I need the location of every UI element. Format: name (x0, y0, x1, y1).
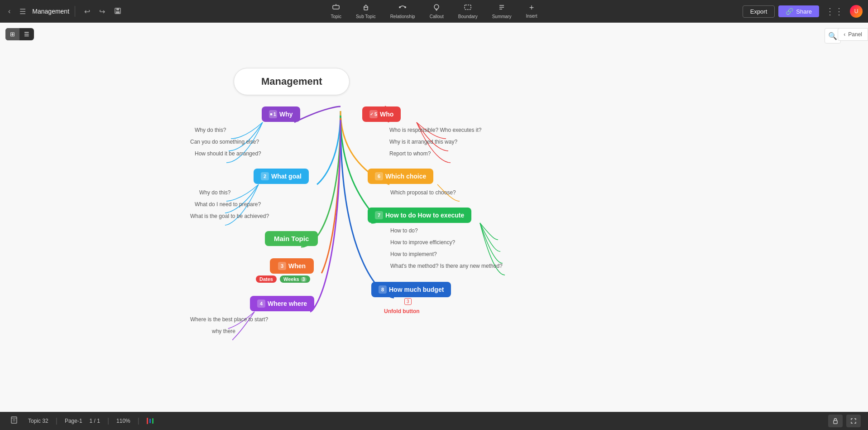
topic-icon (332, 3, 340, 13)
zoom-level: 110% (116, 418, 130, 424)
share-icon: 🔗 (786, 8, 793, 15)
whichchoice-sub-1: Which proposal to choose? (390, 189, 456, 196)
who-label: Who (380, 111, 393, 118)
undo-button[interactable]: ↩ (81, 5, 94, 18)
why-sub-2: Can you do something else? (190, 139, 259, 145)
budget-label: How much budget (389, 286, 444, 293)
unfold-button[interactable]: 3 (404, 298, 412, 305)
status-bar: Topic 32 | Page-1 1 / 1 | 110% | (0, 412, 868, 430)
svg-point-8 (434, 5, 439, 9)
multimap-indicator (147, 418, 153, 424)
whichchoice-badge: 6 (375, 172, 383, 180)
where-badge: 4 (257, 300, 265, 308)
relationship-icon (398, 3, 407, 13)
svg-rect-17 (834, 420, 837, 424)
relationship-label: Relationship (390, 14, 415, 19)
boundary-label: Boundary (458, 14, 478, 19)
why-sub-3: How should it be arranged? (195, 150, 261, 157)
fullscreen-button[interactable] (846, 415, 861, 427)
svg-point-6 (399, 6, 401, 8)
tool-summary[interactable]: Summary (485, 1, 519, 22)
howtodo-sub-1: How to do? (390, 227, 418, 234)
toolbar-divider (75, 6, 75, 17)
status-divider-2: | (107, 417, 109, 425)
node-howmuchbudget[interactable]: 8 How much budget (371, 282, 451, 297)
whatgoal-label: What goal (271, 173, 302, 180)
unfold-label: Unfold button (384, 308, 420, 314)
toolbar: ‹ ☰ Management ↩ ↪ Topic (0, 0, 868, 23)
node-why[interactable]: ■1 Why (262, 106, 300, 122)
tool-relationship[interactable]: Relationship (383, 1, 422, 22)
why-badge: ■1 (269, 110, 277, 118)
summary-label: Summary (492, 14, 512, 19)
when-tag-dates[interactable]: Dates (256, 275, 277, 283)
node-when[interactable]: 3 When (270, 258, 314, 274)
subtopic-label: Sub Topic (356, 14, 376, 19)
node-maintopic[interactable]: Main Topic (265, 231, 318, 246)
toolbar-left: ‹ ☰ Management ↩ ↪ (5, 5, 125, 18)
tool-boundary[interactable]: Boundary (451, 1, 485, 22)
when-badge: 3 (278, 262, 286, 270)
center-node[interactable]: Management (234, 68, 350, 95)
svg-rect-3 (333, 5, 339, 9)
lock-button[interactable] (828, 415, 843, 427)
node-whichchoice[interactable]: 6 Which choice (368, 169, 433, 184)
wherewhere-label: Where where (268, 300, 307, 307)
tool-subtopic[interactable]: Sub Topic (349, 1, 383, 22)
topic-label: Topic (331, 14, 341, 19)
boundary-icon (464, 3, 472, 13)
svg-rect-1 (116, 8, 119, 10)
callout-icon (432, 3, 441, 13)
apps-button[interactable]: ⋮⋮ (823, 4, 846, 19)
menu-button[interactable]: ☰ (17, 5, 29, 18)
where-sub-1: Where is the best place to start? (190, 316, 268, 323)
when-label: When (288, 262, 306, 270)
book-icon-button[interactable] (7, 415, 21, 427)
canvas-area: ⊞ ☰ 🔍 ‹ Panel (0, 23, 868, 430)
callout-label: Callout (430, 14, 444, 19)
share-button[interactable]: 🔗 Share (778, 5, 819, 17)
why-sub-1: Why do this? (195, 127, 226, 133)
undo-redo-group: ↩ ↪ (81, 5, 125, 18)
toolbar-center: Topic Sub Topic Relationship (324, 1, 545, 22)
when-tag-weeks[interactable]: Weeks 3 (280, 275, 310, 283)
howtodo-label: How to do How to execute (385, 212, 464, 219)
howtodo-sub-4: What's the method? Is there any new meth… (390, 263, 503, 269)
toolbar-right: Export 🔗 Share ⋮⋮ U (743, 4, 863, 19)
tool-callout[interactable]: Callout (422, 1, 451, 22)
node-wherewhere[interactable]: 4 Where where (250, 296, 314, 311)
maintopic-label: Main Topic (274, 235, 309, 242)
whatgoal-sub-3: What is the goal to be achieved? (190, 213, 269, 219)
who-sub-3: Report to whom? (389, 150, 431, 157)
back-button[interactable]: ‹ (5, 5, 13, 17)
node-who[interactable]: ✓5 Who (362, 106, 401, 122)
export-button[interactable]: Export (743, 5, 775, 18)
svg-point-7 (404, 6, 406, 8)
where-sub-2: why there (212, 328, 235, 334)
node-howtodo[interactable]: 7 How to do How to execute (368, 208, 471, 223)
svg-rect-5 (364, 7, 368, 10)
insert-icon: + (529, 3, 534, 13)
subtopic-icon (362, 3, 370, 13)
whichchoice-label: Which choice (385, 173, 426, 180)
save-button[interactable] (110, 5, 125, 18)
user-avatar[interactable]: U (850, 5, 863, 18)
summary-icon (498, 3, 506, 13)
whatgoal-badge: 2 (261, 172, 269, 180)
page-info: 1 / 1 (90, 418, 100, 424)
svg-rect-9 (465, 5, 471, 10)
who-sub-2: Why is it arranged this way? (389, 139, 457, 145)
status-right-actions (828, 415, 861, 427)
howtodo-badge: 7 (375, 211, 383, 219)
status-divider-1: | (56, 417, 58, 425)
topic-label: Topic 32 (28, 418, 48, 424)
whatgoal-sub-2: What do I need to prepare? (195, 201, 261, 208)
redo-button[interactable]: ↪ (96, 5, 109, 18)
tool-insert[interactable]: + Insert (518, 1, 544, 21)
why-label: Why (279, 111, 293, 118)
whatgoal-sub-1: Why do this? (199, 189, 230, 196)
insert-label: Insert (526, 14, 537, 19)
tool-topic[interactable]: Topic (324, 1, 349, 22)
node-whatgoal[interactable]: 2 What goal (254, 169, 309, 184)
svg-rect-2 (116, 11, 120, 14)
